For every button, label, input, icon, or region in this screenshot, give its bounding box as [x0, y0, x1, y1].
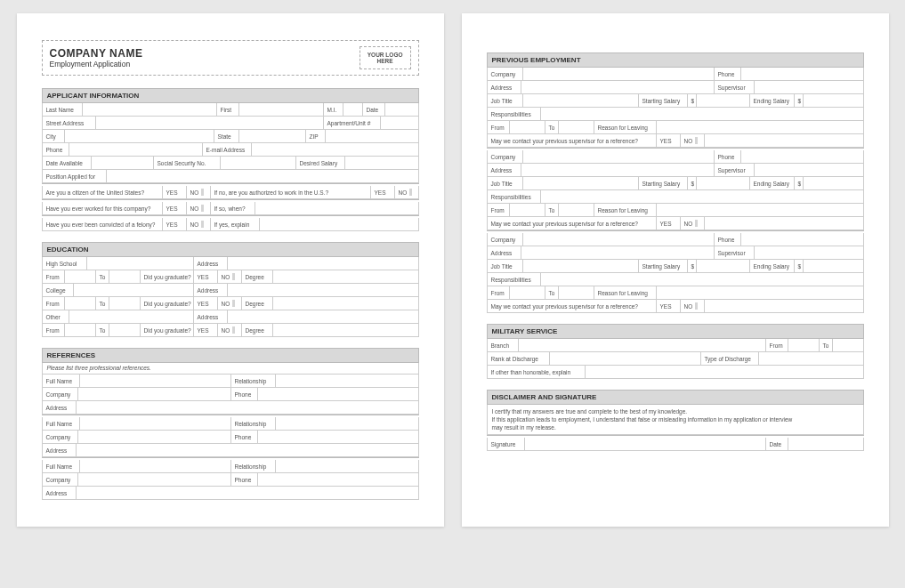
- input-ref2-rel[interactable]: [276, 417, 419, 430]
- input-other-addr[interactable]: [228, 310, 419, 323]
- input-emp3-resp[interactable]: [541, 273, 864, 286]
- yes-oth[interactable]: YES: [194, 324, 218, 336]
- yes-felony[interactable]: YES: [163, 218, 187, 230]
- input-ref3-company[interactable]: [78, 473, 231, 486]
- input-position[interactable]: [107, 170, 419, 182]
- input-emp3-phone[interactable]: [741, 233, 864, 246]
- input-emp2-end-salary[interactable]: [804, 177, 864, 189]
- yes-emp2[interactable]: YES: [657, 217, 681, 230]
- input-emp2-resp[interactable]: [541, 190, 864, 203]
- input-emp1-supervisor[interactable]: [755, 81, 864, 93]
- input-ref1-address[interactable]: [77, 401, 419, 414]
- no-oth[interactable]: NO: [218, 324, 242, 336]
- input-apt[interactable]: [381, 117, 419, 129]
- no-citizen[interactable]: NO: [187, 186, 211, 198]
- input-emp3-supervisor[interactable]: [755, 246, 864, 259]
- yes-citizen[interactable]: YES: [163, 186, 187, 198]
- input-other[interactable]: [69, 310, 194, 323]
- input-emp1-reason[interactable]: [657, 121, 864, 133]
- input-emp1-from[interactable]: [510, 121, 545, 133]
- input-emp2-reason[interactable]: [657, 204, 864, 216]
- input-emp1-start-salary[interactable]: [697, 94, 750, 107]
- input-mi[interactable]: [343, 103, 363, 116]
- yes-emp3[interactable]: YES: [657, 300, 681, 312]
- input-mil-from[interactable]: [788, 339, 820, 351]
- input-ref3-address[interactable]: [77, 487, 419, 499]
- input-emp3-from[interactable]: [510, 286, 545, 299]
- input-ssn[interactable]: [221, 157, 296, 169]
- yes-auth[interactable]: YES: [371, 186, 395, 198]
- yes-col[interactable]: YES: [194, 297, 218, 310]
- input-emp1-resp[interactable]: [541, 108, 864, 120]
- input-emp1-jobtitle[interactable]: [523, 94, 639, 107]
- input-hs[interactable]: [87, 257, 194, 270]
- input-oth-degree[interactable]: [273, 324, 419, 336]
- input-first[interactable]: [239, 103, 324, 116]
- no-hs[interactable]: NO: [218, 270, 242, 283]
- input-ref2-company[interactable]: [78, 431, 231, 443]
- input-state[interactable]: [239, 130, 306, 142]
- yes-hs[interactable]: YES: [194, 270, 218, 283]
- input-ref3-rel[interactable]: [276, 460, 419, 472]
- input-ref1-company[interactable]: [78, 388, 231, 400]
- input-date2[interactable]: [788, 438, 864, 450]
- input-date[interactable]: [385, 103, 419, 116]
- input-phone[interactable]: [69, 143, 203, 156]
- no-auth[interactable]: NO: [395, 186, 419, 198]
- input-ref3-name[interactable]: [80, 460, 231, 472]
- no-worked[interactable]: NO: [187, 202, 211, 214]
- input-email[interactable]: [252, 143, 419, 156]
- input-rank[interactable]: [550, 352, 701, 365]
- input-emp2-phone[interactable]: [741, 150, 864, 163]
- input-hs-to[interactable]: [109, 270, 141, 283]
- no-col[interactable]: NO: [218, 297, 242, 310]
- no-emp1[interactable]: NO: [681, 134, 705, 147]
- input-zip[interactable]: [326, 130, 419, 142]
- input-emp2-to[interactable]: [559, 204, 594, 216]
- input-emp1-to[interactable]: [559, 121, 594, 133]
- input-ref2-phone[interactable]: [258, 431, 419, 443]
- input-col-addr[interactable]: [228, 284, 419, 296]
- input-branch[interactable]: [519, 339, 766, 351]
- input-emp3-start-salary[interactable]: [697, 260, 750, 272]
- no-emp2[interactable]: NO: [681, 217, 705, 230]
- input-oth-from[interactable]: [65, 324, 96, 336]
- input-city[interactable]: [65, 130, 214, 142]
- yes-emp1[interactable]: YES: [657, 134, 681, 147]
- input-date-available[interactable]: [92, 157, 154, 169]
- input-emp3-end-salary[interactable]: [804, 260, 864, 272]
- input-street[interactable]: [96, 117, 324, 129]
- input-mil-to[interactable]: [833, 339, 864, 351]
- input-emp2-from[interactable]: [510, 204, 545, 216]
- input-college[interactable]: [74, 284, 194, 296]
- yes-worked[interactable]: YES: [163, 202, 187, 214]
- input-discharge[interactable]: [759, 352, 864, 365]
- input-signature[interactable]: [525, 438, 766, 450]
- input-explain[interactable]: [260, 218, 419, 230]
- input-col-to[interactable]: [109, 297, 141, 310]
- input-other-honorable[interactable]: [586, 366, 864, 378]
- input-desired-salary[interactable]: [345, 157, 419, 169]
- input-hs-degree[interactable]: [273, 270, 419, 283]
- input-emp1-address[interactable]: [521, 81, 715, 93]
- input-emp1-company[interactable]: [523, 68, 715, 80]
- input-ref1-name[interactable]: [80, 375, 231, 387]
- input-emp3-reason[interactable]: [657, 286, 864, 299]
- no-emp3[interactable]: NO: [681, 300, 705, 312]
- input-col-from[interactable]: [65, 297, 96, 310]
- input-hs-addr[interactable]: [228, 257, 419, 270]
- input-emp3-company[interactable]: [523, 233, 715, 246]
- input-emp2-start-salary[interactable]: [697, 177, 750, 189]
- input-oth-to[interactable]: [109, 324, 141, 336]
- no-felony[interactable]: NO: [187, 218, 211, 230]
- input-hs-from[interactable]: [65, 270, 96, 283]
- input-ref2-address[interactable]: [77, 444, 419, 456]
- input-col-degree[interactable]: [273, 297, 419, 310]
- input-emp3-address[interactable]: [521, 246, 715, 259]
- input-emp1-phone[interactable]: [741, 68, 864, 80]
- input-ref1-rel[interactable]: [276, 375, 419, 387]
- input-emp2-jobtitle[interactable]: [523, 177, 639, 189]
- input-last-name[interactable]: [83, 103, 217, 116]
- input-when[interactable]: [255, 202, 419, 214]
- input-ref3-phone[interactable]: [258, 473, 419, 486]
